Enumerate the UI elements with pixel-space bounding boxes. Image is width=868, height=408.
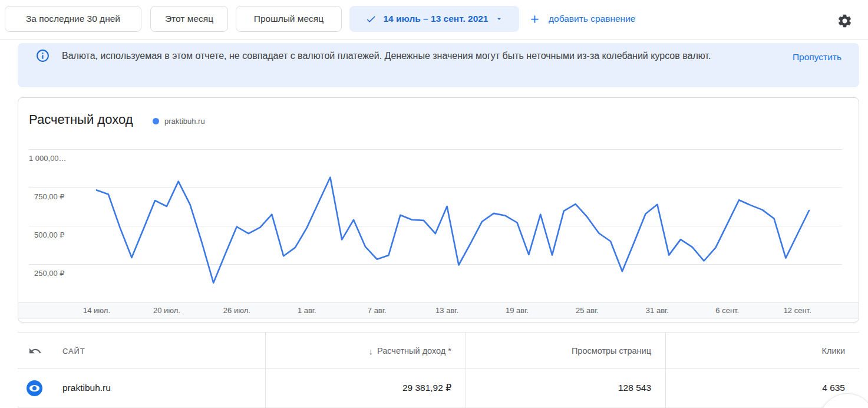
info-icon bbox=[35, 48, 50, 65]
check-icon bbox=[365, 14, 377, 25]
x-axis-tick-label: 13 авг. bbox=[435, 303, 458, 318]
preset-button-this-month[interactable]: Этот месяц bbox=[150, 6, 228, 32]
x-axis-tick-label: 12 сент. bbox=[784, 303, 811, 318]
page-views-value: 128 543 bbox=[466, 368, 658, 407]
header-page-views-label: Просмотры страниц bbox=[572, 346, 651, 356]
preset-button-last-month[interactable]: Прошлый месяц bbox=[236, 6, 342, 32]
sort-desc-icon: ↓ bbox=[368, 346, 373, 356]
toolbar-divider bbox=[0, 39, 868, 40]
x-axis-tick-label: 31 авг. bbox=[646, 303, 669, 318]
plus-icon bbox=[529, 13, 541, 25]
header-clicks-label: Клики bbox=[822, 346, 845, 356]
earnings-series-line bbox=[97, 177, 809, 283]
y-axis-tick-label: 250,00 ₽ bbox=[34, 269, 65, 278]
site-name: praktibuh.ru bbox=[62, 383, 111, 393]
y-axis-tick-label: 750,00 ₽ bbox=[34, 192, 65, 201]
estimated-earnings-card: Расчетный доход praktibuh.ru 14 июл.20 и… bbox=[18, 97, 859, 323]
estimated-earnings-value: 29 381,92 ₽ bbox=[265, 368, 458, 407]
clicks-value: 4 635 bbox=[665, 368, 852, 407]
site-cell: praktibuh.ru bbox=[27, 368, 111, 407]
gear-icon bbox=[837, 13, 853, 29]
y-axis-tick-label: 500,00 ₽ bbox=[34, 231, 65, 239]
x-axis-tick-label: 7 авг. bbox=[368, 303, 387, 318]
dismiss-banner-button[interactable]: Пропустить bbox=[793, 48, 841, 65]
x-axis-tick-label: 1 авг. bbox=[298, 303, 316, 318]
add-comparison-button[interactable]: добавить сравнение bbox=[529, 6, 635, 32]
date-range-chip[interactable]: 14 июль – 13 сент. 2021 bbox=[349, 6, 519, 32]
eye-icon[interactable] bbox=[27, 380, 42, 396]
header-estimated-earnings[interactable]: ↓ Расчетный доход * bbox=[265, 333, 458, 369]
currency-warning-banner: Валюта, используемая в этом отчете, не с… bbox=[18, 43, 859, 87]
date-range-label: 14 июль – 13 сент. 2021 bbox=[383, 14, 488, 24]
header-estimated-earnings-label: Расчетный доход * bbox=[377, 346, 451, 356]
x-axis-tick-label: 14 июл. bbox=[83, 303, 110, 318]
x-axis-tick-label: 19 авг. bbox=[506, 303, 529, 318]
banner-message: Валюта, используемая в этом отчете, не с… bbox=[62, 47, 740, 64]
header-page-views[interactable]: Просмотры страниц bbox=[466, 333, 658, 369]
x-axis-tick-label: 6 сент. bbox=[715, 303, 739, 318]
header-site: САЙТ bbox=[28, 333, 85, 369]
x-axis-tick-label: 26 июл. bbox=[223, 303, 250, 318]
preset-button-last-30-days[interactable]: За последние 30 дней bbox=[5, 6, 141, 32]
add-comparison-label: добавить сравнение bbox=[549, 14, 635, 24]
x-axis-tick-label: 25 авг. bbox=[576, 303, 599, 318]
table-header-row: САЙТ ↓ Расчетный доход * Просмотры стран… bbox=[18, 332, 859, 368]
x-axis-strip: 14 июл.20 июл.26 июл.1 авг.7 авг.13 авг.… bbox=[18, 302, 859, 319]
header-site-label: САЙТ bbox=[62, 347, 85, 356]
caret-down-icon bbox=[495, 15, 503, 23]
adsense-report-page: За последние 30 дней Этот месяц Прошлый … bbox=[0, 0, 868, 408]
header-clicks[interactable]: Клики bbox=[665, 333, 852, 369]
x-axis-tick-label: 20 июл. bbox=[153, 303, 180, 318]
table-row: praktibuh.ru 29 381,92 ₽ 128 543 4 635 bbox=[18, 368, 859, 407]
y-axis-tick-label: 1 000,00… bbox=[29, 154, 67, 163]
chart-plot-svg bbox=[18, 98, 859, 302]
earnings-line-chart[interactable]: 14 июл.20 июл.26 июл.1 авг.7 авг.13 авг.… bbox=[18, 98, 859, 322]
report-settings-button[interactable] bbox=[832, 9, 857, 32]
sites-report-table: САЙТ ↓ Расчетный доход * Просмотры стран… bbox=[18, 332, 859, 408]
undo-icon[interactable] bbox=[28, 344, 42, 358]
